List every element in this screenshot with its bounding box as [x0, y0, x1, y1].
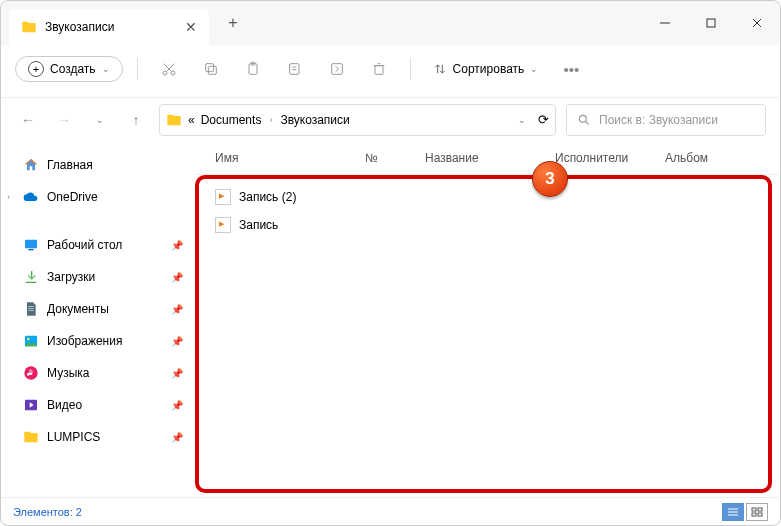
col-num[interactable]: №	[365, 151, 425, 165]
breadcrumb-prefix: «	[188, 113, 195, 127]
pin-icon: 📌	[171, 336, 183, 347]
chevron-right-icon[interactable]: ›	[7, 192, 10, 202]
sidebar-item-label: Рабочий стол	[47, 238, 122, 252]
back-button[interactable]: ←	[15, 107, 41, 133]
svg-point-26	[27, 338, 30, 341]
folder-icon	[166, 112, 182, 128]
separator	[410, 58, 411, 80]
titlebar: Звукозаписи ✕ +	[1, 1, 780, 45]
sidebar-item-onedrive[interactable]: › OneDrive	[1, 181, 195, 213]
sort-label: Сортировать	[453, 62, 525, 76]
search-placeholder: Поиск в: Звукозаписи	[599, 113, 718, 127]
sidebar-item-label: Загрузки	[47, 270, 95, 284]
audio-file-icon	[215, 189, 231, 205]
download-icon	[23, 269, 39, 285]
col-artist[interactable]: Исполнители	[555, 151, 665, 165]
svg-rect-32	[752, 508, 756, 511]
document-icon	[23, 301, 39, 317]
item-count: Элементов: 2	[13, 506, 82, 518]
home-icon	[23, 157, 39, 173]
file-item[interactable]: Запись	[195, 211, 780, 239]
file-list[interactable]: Запись (2) Запись	[195, 175, 780, 247]
search-icon	[577, 113, 591, 127]
sidebar-item-music[interactable]: Музыка 📌	[1, 357, 195, 389]
maximize-button[interactable]	[688, 7, 734, 39]
refresh-button[interactable]: ⟳	[538, 112, 549, 127]
col-album[interactable]: Альбом	[665, 151, 708, 165]
tab-title: Звукозаписи	[45, 20, 114, 34]
cut-button[interactable]	[152, 52, 186, 86]
paste-button[interactable]	[236, 52, 270, 86]
status-bar: Элементов: 2	[1, 497, 780, 525]
sidebar-item-label: LUMPICS	[47, 430, 100, 444]
pin-icon: 📌	[171, 368, 183, 379]
sidebar-item-pictures[interactable]: Изображения 📌	[1, 325, 195, 357]
column-headers: Имя № Название Исполнители Альбом	[195, 141, 780, 175]
file-name: Запись	[239, 218, 278, 232]
svg-rect-8	[208, 66, 216, 74]
share-button[interactable]	[320, 52, 354, 86]
sidebar-item-documents[interactable]: Документы 📌	[1, 293, 195, 325]
sidebar-item-downloads[interactable]: Загрузки 📌	[1, 261, 195, 293]
svg-rect-34	[752, 513, 756, 516]
view-details-button[interactable]	[722, 503, 744, 521]
window-controls	[642, 7, 780, 39]
pin-icon: 📌	[171, 432, 183, 443]
svg-rect-9	[205, 64, 213, 72]
chevron-down-icon: ⌄	[102, 64, 110, 74]
up-button[interactable]: ↑	[123, 107, 149, 133]
chevron-right-icon: ›	[269, 115, 272, 125]
minimize-button[interactable]	[642, 7, 688, 39]
svg-rect-15	[331, 64, 342, 75]
pin-icon: 📌	[171, 400, 183, 411]
content: Главная › OneDrive Рабочий стол 📌 Загруз…	[1, 141, 780, 497]
svg-rect-12	[289, 64, 298, 75]
plus-icon: +	[28, 61, 44, 77]
file-item[interactable]: Запись (2)	[195, 183, 780, 211]
svg-rect-23	[25, 240, 37, 249]
music-icon	[23, 365, 39, 381]
sidebar-item-label: Музыка	[47, 366, 89, 380]
sidebar-item-desktop[interactable]: Рабочий стол 📌	[1, 229, 195, 261]
copy-button[interactable]	[194, 52, 228, 86]
sidebar-item-label: Видео	[47, 398, 82, 412]
create-button[interactable]: + Создать ⌄	[15, 56, 123, 82]
pin-icon: 📌	[171, 272, 183, 283]
svg-rect-16	[375, 66, 383, 75]
pin-icon: 📌	[171, 240, 183, 251]
new-tab-button[interactable]: +	[217, 7, 249, 39]
close-window-button[interactable]	[734, 7, 780, 39]
col-title[interactable]: Название	[425, 151, 555, 165]
breadcrumb-current[interactable]: Звукозаписи	[280, 113, 349, 127]
main-panel: Имя № Название Исполнители Альбом Запись…	[195, 141, 780, 497]
sidebar: Главная › OneDrive Рабочий стол 📌 Загруз…	[1, 141, 195, 497]
close-tab-icon[interactable]: ✕	[185, 19, 197, 35]
sort-icon	[433, 62, 447, 76]
breadcrumb-parent[interactable]: Documents	[201, 113, 262, 127]
delete-button[interactable]	[362, 52, 396, 86]
create-label: Создать	[50, 62, 96, 76]
forward-button[interactable]: →	[51, 107, 77, 133]
sidebar-item-videos[interactable]: Видео 📌	[1, 389, 195, 421]
svg-rect-33	[758, 508, 762, 511]
address-box[interactable]: « Documents › Звукозаписи ⌄ ⟳	[159, 104, 556, 136]
desktop-icon	[23, 237, 39, 253]
chevron-down-icon[interactable]: ⌄	[518, 115, 526, 125]
address-bar: ← → ⌄ ↑ « Documents › Звукозаписи ⌄ ⟳ По…	[1, 97, 780, 141]
svg-point-21	[579, 115, 586, 122]
search-box[interactable]: Поиск в: Звукозаписи	[566, 104, 766, 136]
sidebar-item-lumpics[interactable]: LUMPICS 📌	[1, 421, 195, 453]
rename-button[interactable]	[278, 52, 312, 86]
pin-icon: 📌	[171, 304, 183, 315]
view-icons-button[interactable]	[746, 503, 768, 521]
sidebar-item-home[interactable]: Главная	[1, 149, 195, 181]
col-name[interactable]: Имя	[215, 151, 365, 165]
chevron-down-icon: ⌄	[530, 64, 538, 74]
active-tab[interactable]: Звукозаписи ✕	[9, 9, 209, 45]
separator	[137, 58, 138, 80]
view-toggles	[722, 503, 768, 521]
recent-button[interactable]: ⌄	[87, 107, 113, 133]
sort-button[interactable]: Сортировать ⌄	[425, 58, 547, 80]
more-button[interactable]: •••	[554, 52, 588, 86]
audio-file-icon	[215, 217, 231, 233]
